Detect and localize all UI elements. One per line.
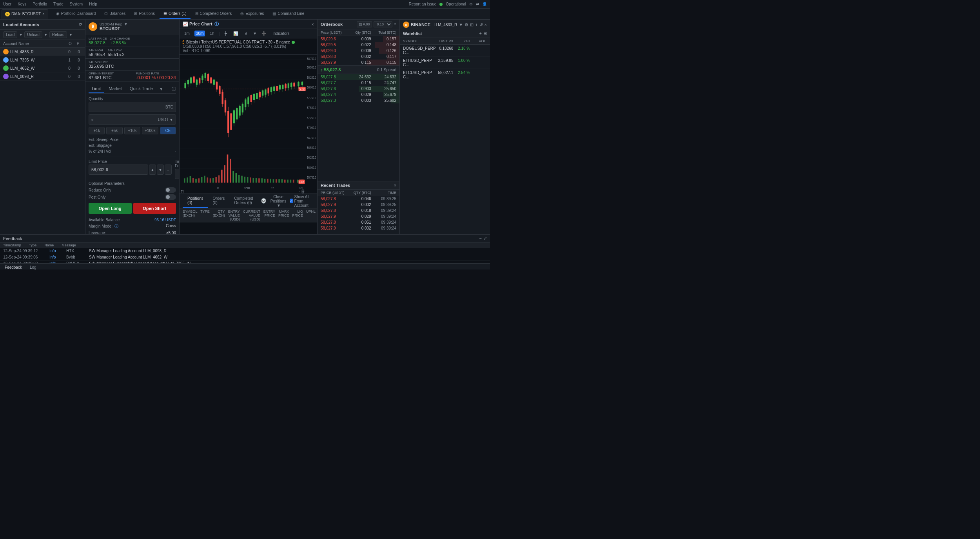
settings-icon[interactable]: ⚙ xyxy=(469,2,473,6)
fb-tab-log[interactable]: Log xyxy=(27,264,40,270)
chart-close-button[interactable]: × xyxy=(312,22,314,27)
wl-symbol-row-1[interactable]: ETHUSD_PERP C... 2,359.85 1.00 % xyxy=(400,57,490,69)
menu-keys[interactable]: Keys xyxy=(18,2,26,6)
wl-gear-icon[interactable]: ⚙ xyxy=(465,22,468,27)
quantity-input[interactable] xyxy=(91,105,165,109)
tab-orders[interactable]: ☰ Orders (1) xyxy=(160,9,191,19)
menu-portfolio[interactable]: Portfolio xyxy=(33,2,47,6)
skull-icon[interactable]: 💀 xyxy=(261,198,267,204)
trade-row-5[interactable]: 58,027.9 0.002 09:39:24 xyxy=(318,225,399,231)
trade-row-2[interactable]: 58,027.8 0.018 09:39:24 xyxy=(318,208,399,213)
menu-trade[interactable]: Trade xyxy=(53,2,64,6)
btn-1k[interactable]: +1k xyxy=(89,127,105,134)
layout-icon[interactable]: ⇄ xyxy=(476,2,479,6)
tab-completed-bottom[interactable]: Completed Orders (0) xyxy=(229,194,261,208)
tab-quick-trade[interactable]: Quick Trade xyxy=(127,85,156,93)
recent-trades-close-icon[interactable]: × xyxy=(394,183,396,188)
limit-price-input[interactable] xyxy=(89,165,148,175)
tf-1h-btn[interactable]: 1h xyxy=(208,31,216,36)
open-short-button[interactable]: Open Short xyxy=(133,203,176,214)
chart-settings-dropdown[interactable]: ▼ xyxy=(253,31,257,36)
approx-input-wrapper[interactable]: ≈ USDT ▼ xyxy=(89,114,176,125)
reduce-only-toggle[interactable] xyxy=(165,187,176,193)
order-info-icon[interactable]: ⓘ xyxy=(172,86,176,92)
indicators-btn[interactable]: Indicators xyxy=(271,31,291,36)
ask-row-3[interactable]: 58,028.0 0.002 0.117 xyxy=(318,54,399,60)
close-pos-dropdown[interactable]: ▼ xyxy=(277,203,281,208)
tif-select[interactable]: GTC IOC FOK xyxy=(175,169,180,179)
ob-size-select[interactable]: 0.10 xyxy=(374,21,392,27)
line-tool[interactable]: 📊 xyxy=(232,31,240,36)
account-row-llm7395[interactable]: LLM_7395_W 1 0 xyxy=(0,56,85,64)
btn-ce[interactable]: CE xyxy=(160,127,176,134)
crosshair-tool[interactable]: ╋ xyxy=(223,31,229,36)
menu-system[interactable]: System xyxy=(70,2,83,6)
tab-command-line[interactable]: ▤ Command Line xyxy=(269,9,308,19)
ask-row-2[interactable]: 58,029.0 0.009 0.126 xyxy=(318,48,399,54)
open-long-button[interactable]: Open Long xyxy=(89,203,132,214)
sidebar-refresh-icon[interactable]: ↺ xyxy=(78,22,82,27)
tab-positions[interactable]: ⊞ Positions xyxy=(130,9,159,19)
chart-info-icon[interactable]: ⓘ xyxy=(214,22,219,26)
price-up-btn[interactable]: ▲ xyxy=(149,165,156,175)
account-row-llm0098[interactable]: LLM_0098_R 0 0 xyxy=(0,72,85,81)
trade-row-4[interactable]: 58,027.8 0.051 09:39:24 xyxy=(318,219,399,225)
price-down-btn[interactable]: ▼ xyxy=(157,165,164,175)
bid-row-1[interactable]: 58,027.7 0.115 24.747 xyxy=(318,80,399,86)
wl-layout-icon[interactable]: ⊞ xyxy=(470,22,474,27)
candle-tool[interactable]: 🕯 xyxy=(243,31,250,36)
add-tool[interactable]: ➕ xyxy=(260,31,268,36)
approx-dropdown-icon[interactable]: ▼ xyxy=(169,118,173,122)
wl-add-icon[interactable]: + xyxy=(475,22,477,27)
wl-filter-icon[interactable]: ⊞ xyxy=(483,31,487,36)
account-row-llm4662[interactable]: LLM_4662_W 0 0 xyxy=(0,64,85,72)
fb-tab-feedback[interactable]: Feedback xyxy=(2,264,25,270)
btn-100k[interactable]: +100k xyxy=(142,127,158,134)
ask-row-0[interactable]: 58,029.6 0.009 0.157 xyxy=(318,36,399,42)
wl-symbol-row-2[interactable]: BTCUSD_PERP C... 58,027.1 2.54 % xyxy=(400,69,490,81)
quantity-input-wrapper[interactable]: BTC xyxy=(89,102,176,112)
wl-close-icon[interactable]: × xyxy=(485,22,487,27)
ask-row-1[interactable]: 58,029.5 0.022 0.148 xyxy=(318,42,399,48)
margin-info-icon[interactable]: ⓘ xyxy=(114,224,118,228)
trade-row-1[interactable]: 58,027.9 0.002 09:39:25 xyxy=(318,202,399,208)
report-issue-link[interactable]: Report an Issue xyxy=(409,2,437,6)
menu-help[interactable]: Help xyxy=(89,2,97,6)
ob-close-icon[interactable]: × xyxy=(394,21,396,27)
tab-orders-bottom[interactable]: Orders (0) xyxy=(208,194,230,208)
tab-exposures[interactable]: ◎ Exposures xyxy=(236,9,268,19)
wl-settings-dropdown[interactable]: ▼ xyxy=(459,22,463,27)
account-row-llm4833[interactable]: LLM_4833_R 0 0 xyxy=(0,48,85,56)
menu-user[interactable]: User xyxy=(3,2,11,6)
reload-button[interactable]: Reload xyxy=(49,31,67,38)
order-settings-icon[interactable]: ▼ xyxy=(159,87,163,91)
bid-row-3[interactable]: 58,027.4 0.029 25.679 xyxy=(318,92,399,98)
ob-type-button[interactable]: ▤ #.00 xyxy=(357,21,372,27)
wl-symbol-row-0[interactable]: DOGEUSD_PERP C... 0.10268 2.16 % xyxy=(400,45,490,57)
tab-balances[interactable]: ⬡ Balances xyxy=(100,9,129,19)
close-positions-button[interactable]: Close Positions ▼ xyxy=(270,195,287,208)
trade-row-0[interactable]: 58,027.8 0.046 09:39:25 xyxy=(318,196,399,202)
bid-row-0[interactable]: 58,027.8 24.632 24.632 xyxy=(318,74,399,80)
ask-row-4[interactable]: 58,027.9 0.115 0.115 xyxy=(318,60,399,65)
price-options-btn[interactable]: = xyxy=(165,165,172,175)
tab-market[interactable]: Market xyxy=(105,85,125,93)
btn-5k[interactable]: +5k xyxy=(106,127,122,134)
tab-completed-orders[interactable]: ⊟ Completed Orders xyxy=(191,9,236,19)
load-button[interactable]: Load xyxy=(3,31,17,38)
feedback-minimize-icon[interactable]: − xyxy=(479,236,482,241)
bid-row-4[interactable]: 58,027.3 0.003 25.682 xyxy=(318,98,399,103)
tab-close-icon[interactable]: × xyxy=(42,12,45,16)
btn-10k[interactable]: +10k xyxy=(124,127,140,134)
approx-input[interactable] xyxy=(95,117,158,122)
tf-1m-btn[interactable]: 1m xyxy=(183,31,191,36)
dropdown-arrow[interactable]: ▼ xyxy=(124,22,128,26)
feedback-expand-icon[interactable]: ⤢ xyxy=(483,236,487,241)
user-icon[interactable]: 👤 xyxy=(482,2,487,6)
bid-row-2[interactable]: 58,027.6 0.903 25.650 xyxy=(318,86,399,92)
unload-button[interactable]: Unload xyxy=(24,31,42,38)
trade-row-3[interactable]: 58,027.9 0.029 09:39:24 xyxy=(318,213,399,219)
tab-limit[interactable]: Limit xyxy=(89,85,104,93)
wl-refresh-icon[interactable]: ↺ xyxy=(479,22,483,27)
tf-30m-btn[interactable]: 30m xyxy=(194,31,205,36)
